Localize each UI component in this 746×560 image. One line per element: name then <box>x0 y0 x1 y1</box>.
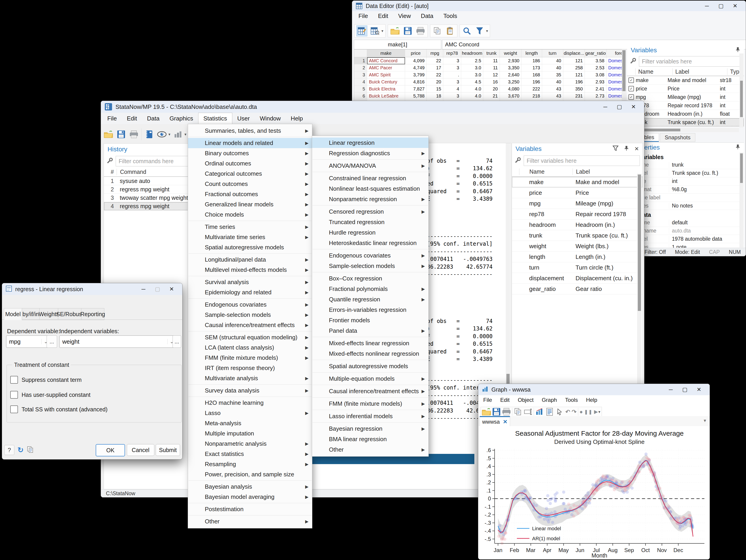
cell-reference-box[interactable]: make[1] <box>354 40 441 49</box>
menu-item-summaries-tables-and-tests[interactable]: Summaries, tables, and tests▶ <box>188 126 312 136</box>
data-cell[interactable]: 3.58 <box>585 57 606 64</box>
menu-item-categorical-outcomes[interactable]: Categorical outcomes▶ <box>188 169 312 179</box>
column-header-gear_ratio[interactable]: gear_ratio <box>585 50 606 57</box>
chevron-down-icon[interactable]: ▾ <box>486 29 488 33</box>
de-col-name[interactable]: Name <box>635 68 672 75</box>
variables-col-label[interactable]: Label <box>573 169 590 175</box>
minimize-icon[interactable]: ─ <box>700 1 714 11</box>
menu-item-lasso[interactable]: Lasso▶ <box>188 408 312 418</box>
data-cell[interactable]: . <box>443 71 461 79</box>
menu-item-fractional-polynomials[interactable]: Fractional polynomials▶ <box>312 284 428 294</box>
menu-graph[interactable]: Graph <box>538 395 561 405</box>
data-cell[interactable]: 2.41 <box>585 85 606 92</box>
menu-help[interactable]: Help <box>582 395 601 405</box>
menu-item-censored-regression[interactable]: Censored regression▶ <box>312 206 428 217</box>
log-icon[interactable] <box>145 130 153 139</box>
wrench-icon[interactable] <box>107 157 113 165</box>
menu-item-nonparametric-analysis[interactable]: Nonparametric analysis▶ <box>188 439 312 449</box>
data-cell[interactable]: 3 <box>443 79 461 85</box>
close-icon[interactable]: ✕ <box>692 385 706 394</box>
pin-icon[interactable] <box>735 144 740 151</box>
tab-weights[interactable]: Weights <box>39 308 58 320</box>
chevron-down-icon[interactable]: ▾ <box>381 29 383 33</box>
data-cell[interactable]: 2,930 <box>500 57 521 64</box>
data-cell[interactable]: 35 <box>542 71 563 79</box>
pause-icon[interactable]: ❚❚ <box>584 409 593 415</box>
help-icon[interactable]: ? <box>4 445 14 455</box>
pin-icon[interactable] <box>735 47 740 54</box>
data-cell[interactable]: 196 <box>521 79 542 85</box>
column-header-price[interactable]: price <box>405 50 427 57</box>
data-cell[interactable]: 4.5 <box>461 79 483 85</box>
tab-reporting[interactable]: Reporting <box>81 308 104 320</box>
checkbox-icon[interactable] <box>10 376 18 384</box>
de-col-label[interactable]: Label <box>672 68 727 75</box>
table-row[interactable]: 5Buick Electra7,8271544.0204,08022243350… <box>354 85 622 92</box>
variable-row-rep78[interactable]: rep78Repair record 1978 <box>512 209 642 219</box>
copy-icon[interactable] <box>514 408 522 416</box>
menu-item-exact-statistics[interactable]: Exact statistics▶ <box>188 449 312 459</box>
data-cell[interactable]: 40 <box>542 64 563 71</box>
table-row[interactable]: 2AMC Pacer4,7491733.0113,350173402582.53… <box>354 64 622 71</box>
chevron-down-icon[interactable]: ▾ <box>599 410 601 414</box>
column-header-turn[interactable]: turn <box>542 50 563 57</box>
open-folder-icon[interactable] <box>482 408 491 416</box>
funnel-icon[interactable] <box>476 27 484 35</box>
paste-icon[interactable] <box>446 27 454 35</box>
history-col-command[interactable]: Command <box>117 169 146 175</box>
wrench-icon[interactable] <box>630 58 636 65</box>
menu-item-sem-structural-equation-modeling-[interactable]: SEM (structural equation modeling)▶ <box>188 332 312 343</box>
maximize-icon[interactable]: ▢ <box>678 385 692 394</box>
menu-statistics[interactable]: Statistics <box>198 113 232 124</box>
menu-item-generalized-linear-models[interactable]: Generalized linear models▶ <box>188 199 312 210</box>
data-cell[interactable]: 2.73 <box>585 92 606 99</box>
table-row[interactable]: 1AMC Concord4,0992232.5112,930186401213.… <box>354 57 622 64</box>
data-cell[interactable]: 173 <box>521 64 542 71</box>
submit-button[interactable]: Submit <box>156 444 180 456</box>
data-cell[interactable]: 2.53 <box>585 64 606 71</box>
variable-row-turn[interactable]: turnTurn circle (ft.) <box>512 262 642 273</box>
menu-item-multivariate-analysis[interactable]: Multivariate analysis▶ <box>188 373 312 383</box>
menu-item-lasso-inferential-models[interactable]: Lasso inferential models▶ <box>312 411 428 421</box>
data-cell[interactable]: 5,788 <box>405 92 427 99</box>
data-cell[interactable]: 11 <box>483 64 500 71</box>
edit-table-icon[interactable] <box>357 27 366 35</box>
data-cell[interactable]: 21 <box>483 92 500 99</box>
checkbox-icon[interactable]: ✓ <box>629 78 634 83</box>
variable-row-gear_ratio[interactable]: gear_ratioGear ratio <box>512 284 642 294</box>
variable-row-make[interactable]: ✓makeMake and modelstr18 <box>627 76 744 85</box>
data-cell[interactable]: 12 <box>483 71 500 79</box>
variable-row-rep78[interactable]: ✓rep78Repair record 1978int <box>627 101 744 110</box>
menu-item-mixed-effects-nonlinear-regression[interactable]: Mixed-effects nonlinear regression <box>312 348 428 359</box>
menu-item-bayesian-regression[interactable]: Bayesian regression▶ <box>312 423 428 434</box>
variable-row-length[interactable]: lengthLength (in.) <box>512 252 642 262</box>
bars-blue-icon[interactable] <box>536 408 543 415</box>
menu-item-multiple-imputation[interactable]: Multiple imputation <box>188 429 312 439</box>
de-variables-vscrollbar[interactable] <box>739 53 744 127</box>
history-row-1[interactable]: 1sysuse auto <box>104 177 188 185</box>
menu-item-truncated-regression[interactable]: Truncated regression <box>312 217 428 227</box>
menu-item-panel-data[interactable]: Panel data▶ <box>312 325 428 336</box>
column-header-make[interactable]: make <box>367 50 405 57</box>
menu-item-binary-outcomes[interactable]: Binary outcomes▶ <box>188 148 312 158</box>
table-row[interactable]: 3AMC Spirit3,79922.3.0122,640168351213.0… <box>354 71 622 79</box>
independent-variables-combo[interactable]: weight⌄ <box>59 335 177 348</box>
table-row[interactable]: 6Buick LeSabre5,7881834.0213,67021843231… <box>354 92 622 99</box>
menu-item-endogenous-covariates[interactable]: Endogenous covariates▶ <box>188 299 312 310</box>
data-cell[interactable]: 16 <box>483 79 500 85</box>
variable-row-price[interactable]: pricePrice <box>512 187 642 198</box>
column-header-length[interactable]: length <box>521 50 542 57</box>
menu-item-spatial-autoregressive-models[interactable]: Spatial autoregressive models <box>188 242 312 253</box>
data-cell[interactable]: 22 <box>427 71 443 79</box>
menu-item-quantile-regression[interactable]: Quantile regression▶ <box>312 294 428 304</box>
dependent-variable-browse-button[interactable]: ... <box>47 335 57 348</box>
ok-button[interactable]: OK <box>96 444 125 456</box>
dependent-variable-combo[interactable]: mpg⌄ <box>6 335 51 348</box>
variable-row-weight[interactable]: weightWeight (lbs.) <box>512 241 642 252</box>
print-icon[interactable] <box>502 408 511 416</box>
data-cell[interactable]: AMC Pacer <box>367 64 405 71</box>
menu-item-h2o-machine-learning[interactable]: H2O machine learning <box>188 398 312 408</box>
de-prop-group-data[interactable]: ◢Data <box>634 211 744 218</box>
data-cell[interactable]: 4 <box>443 85 461 92</box>
data-cell[interactable]: 22 <box>427 57 443 64</box>
